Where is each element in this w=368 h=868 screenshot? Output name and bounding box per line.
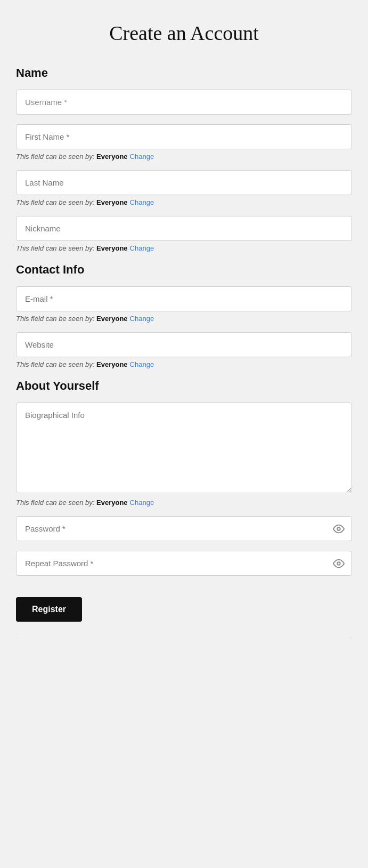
first-name-change-link[interactable]: Change xyxy=(130,152,154,160)
section-about-title: About Yourself xyxy=(16,379,352,393)
section-name-title: Name xyxy=(16,66,352,80)
website-input[interactable] xyxy=(16,332,352,357)
repeat-password-input[interactable] xyxy=(16,551,352,576)
username-input[interactable] xyxy=(16,90,352,115)
last-name-change-link[interactable]: Change xyxy=(130,198,154,206)
repeat-password-wrapper xyxy=(16,551,352,576)
repeat-password-eye-icon[interactable] xyxy=(333,558,345,569)
register-button[interactable]: Register xyxy=(16,597,82,622)
section-contact-title: Contact Info xyxy=(16,263,352,277)
password-wrapper xyxy=(16,516,352,541)
bio-change-link[interactable]: Change xyxy=(130,499,154,507)
email-change-link[interactable]: Change xyxy=(130,315,154,323)
last-name-visibility-note: This field can be seen by: EveryoneChang… xyxy=(16,198,352,206)
bio-textarea[interactable] xyxy=(16,403,352,493)
svg-point-0 xyxy=(337,527,340,531)
password-eye-icon[interactable] xyxy=(333,523,345,535)
nickname-visibility-note: This field can be seen by: EveryoneChang… xyxy=(16,244,352,252)
website-visibility-note: This field can be seen by: EveryoneChang… xyxy=(16,360,352,368)
first-name-input[interactable] xyxy=(16,124,352,149)
bio-visibility-note: This field can be seen by: EveryoneChang… xyxy=(16,499,352,507)
website-change-link[interactable]: Change xyxy=(130,360,154,368)
password-input[interactable] xyxy=(16,516,352,541)
nickname-change-link[interactable]: Change xyxy=(130,244,154,252)
last-name-input[interactable] xyxy=(16,170,352,195)
email-visibility-note: This field can be seen by: EveryoneChang… xyxy=(16,315,352,323)
svg-point-1 xyxy=(337,562,340,565)
nickname-input[interactable] xyxy=(16,216,352,241)
email-input[interactable] xyxy=(16,286,352,311)
bottom-divider xyxy=(16,638,352,638)
first-name-visibility-note: This field can be seen by: EveryoneChang… xyxy=(16,152,352,160)
page-title: Create an Account xyxy=(16,21,352,45)
